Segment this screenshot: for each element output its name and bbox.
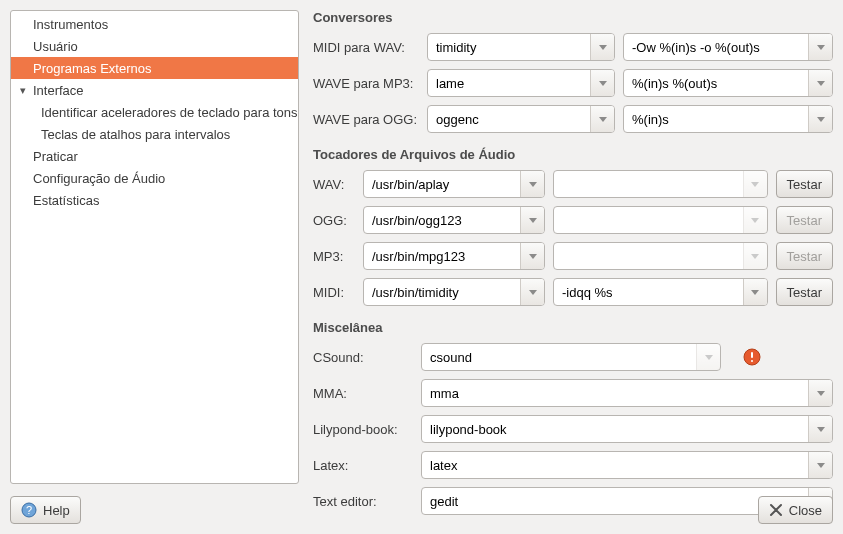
- section-tocadores-title: Tocadores de Arquivos de Áudio: [313, 147, 833, 162]
- combo-field[interactable]: [623, 33, 833, 61]
- dropdown-button[interactable]: [520, 279, 544, 305]
- combo-input[interactable]: [624, 106, 808, 132]
- combo-field[interactable]: [363, 206, 545, 234]
- sidebar-item-1[interactable]: Usuário: [11, 35, 298, 57]
- combo-input[interactable]: [422, 380, 808, 406]
- combo-input[interactable]: [428, 34, 590, 60]
- combo-field[interactable]: [553, 278, 768, 306]
- combo-input[interactable]: [364, 207, 520, 233]
- sidebar-item-7[interactable]: Configuração de Áudio: [11, 167, 298, 189]
- combo-input[interactable]: [422, 416, 808, 442]
- combo-input[interactable]: [364, 171, 520, 197]
- preferences-sidebar[interactable]: InstrumentosUsuárioProgramas Externos▾In…: [10, 10, 299, 484]
- svg-text:?: ?: [26, 504, 32, 516]
- sidebar-item-5[interactable]: Teclas de atalhos para intervalos: [11, 123, 298, 145]
- sidebar-item-label: Estatísticas: [33, 193, 99, 208]
- combo-field[interactable]: [363, 242, 545, 270]
- help-button[interactable]: ? Help: [10, 496, 81, 524]
- combo-field[interactable]: [363, 278, 545, 306]
- dropdown-button[interactable]: [743, 279, 767, 305]
- sidebar-item-0[interactable]: Instrumentos: [11, 13, 298, 35]
- sidebar-item-8[interactable]: Estatísticas: [11, 189, 298, 211]
- combo-field[interactable]: [553, 206, 768, 234]
- combo-input[interactable]: [428, 106, 590, 132]
- sidebar-item-label: Programas Externos: [33, 61, 152, 76]
- dropdown-button[interactable]: [590, 34, 614, 60]
- sidebar-item-label: Interface: [33, 83, 84, 98]
- section-conversores-title: Conversores: [313, 10, 833, 25]
- test-button: Testar: [776, 206, 833, 234]
- test-button[interactable]: Testar: [776, 278, 833, 306]
- combo-field[interactable]: [623, 105, 833, 133]
- dropdown-button[interactable]: [808, 70, 832, 96]
- dropdown-button[interactable]: [808, 452, 832, 478]
- combo-field[interactable]: [427, 33, 615, 61]
- dropdown-button[interactable]: [520, 207, 544, 233]
- dropdown-button: [696, 344, 720, 370]
- sidebar-item-label: Teclas de atalhos para intervalos: [41, 127, 230, 142]
- test-button-label: Testar: [787, 213, 822, 228]
- player-label: OGG:: [313, 213, 355, 228]
- expander-icon[interactable]: ▾: [17, 84, 29, 97]
- dropdown-button[interactable]: [590, 70, 614, 96]
- sidebar-item-label: Instrumentos: [33, 17, 108, 32]
- player-row-1: OGG:Testar: [313, 206, 833, 234]
- dropdown-button[interactable]: [520, 171, 544, 197]
- dropdown-button: [743, 207, 767, 233]
- combo-input[interactable]: [624, 70, 808, 96]
- sidebar-item-4[interactable]: Identificar aceleradores de teclado para…: [11, 101, 298, 123]
- combo-input[interactable]: [554, 207, 743, 233]
- sidebar-item-6[interactable]: Praticar: [11, 145, 298, 167]
- combo-input[interactable]: [554, 279, 743, 305]
- misc-row-1: MMA:: [313, 379, 833, 407]
- sidebar-item-2[interactable]: Programas Externos: [11, 57, 298, 79]
- test-button[interactable]: Testar: [776, 170, 833, 198]
- misc-row-0: CSound:: [313, 343, 833, 371]
- combo-field[interactable]: [623, 69, 833, 97]
- help-button-label: Help: [43, 503, 70, 518]
- combo-input[interactable]: [422, 452, 808, 478]
- sidebar-item-3[interactable]: ▾Interface: [11, 79, 298, 101]
- misc-label: Lilypond-book:: [313, 422, 413, 437]
- dropdown-button: [743, 243, 767, 269]
- combo-field[interactable]: [421, 451, 833, 479]
- combo-input[interactable]: [364, 243, 520, 269]
- sidebar-item-label: Praticar: [33, 149, 78, 164]
- combo-input[interactable]: [624, 34, 808, 60]
- dropdown-button[interactable]: [808, 416, 832, 442]
- test-button-label: Testar: [787, 285, 822, 300]
- misc-label: Latex:: [313, 458, 413, 473]
- combo-field[interactable]: [363, 170, 545, 198]
- combo-input[interactable]: [422, 344, 696, 370]
- preferences-pane: Conversores MIDI para WAV:WAVE para MP3:…: [313, 10, 833, 523]
- dropdown-button[interactable]: [808, 34, 832, 60]
- combo-field[interactable]: [553, 170, 768, 198]
- dropdown-button[interactable]: [520, 243, 544, 269]
- combo-input[interactable]: [428, 70, 590, 96]
- converter-row-1: WAVE para MP3:: [313, 69, 833, 97]
- combo-field[interactable]: [427, 105, 615, 133]
- dropdown-button[interactable]: [808, 106, 832, 132]
- dropdown-button[interactable]: [808, 380, 832, 406]
- combo-input[interactable]: [364, 279, 520, 305]
- combo-field[interactable]: [427, 69, 615, 97]
- combo-input[interactable]: [554, 243, 743, 269]
- player-row-0: WAV:Testar: [313, 170, 833, 198]
- dropdown-button[interactable]: [590, 106, 614, 132]
- player-label: MP3:: [313, 249, 355, 264]
- player-row-3: MIDI:Testar: [313, 278, 833, 306]
- player-row-2: MP3:Testar: [313, 242, 833, 270]
- combo-input[interactable]: [554, 171, 743, 197]
- converter-label: WAVE para OGG:: [313, 112, 419, 127]
- combo-field[interactable]: [421, 415, 833, 443]
- close-button[interactable]: Close: [758, 496, 833, 524]
- combo-field[interactable]: [421, 343, 721, 371]
- converter-row-2: WAVE para OGG:: [313, 105, 833, 133]
- test-button-label: Testar: [787, 177, 822, 192]
- misc-row-3: Latex:: [313, 451, 833, 479]
- svg-rect-1: [751, 352, 753, 358]
- combo-field[interactable]: [553, 242, 768, 270]
- combo-field[interactable]: [421, 379, 833, 407]
- svg-rect-2: [751, 360, 753, 362]
- help-icon: ?: [21, 502, 37, 518]
